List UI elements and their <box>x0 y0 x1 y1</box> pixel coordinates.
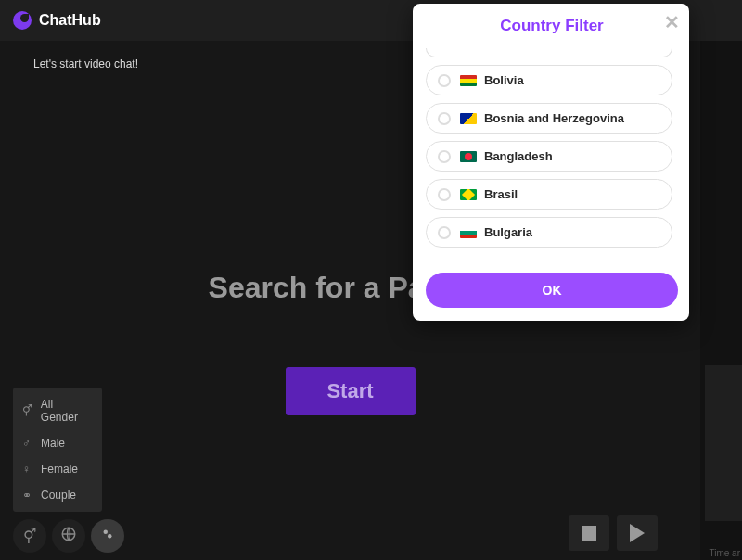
country-option[interactable]: Brasil <box>426 179 672 210</box>
modal-title: Country Filter <box>426 17 678 35</box>
gender-label: All Gender <box>41 398 93 424</box>
gender-label: Male <box>41 437 65 450</box>
brand-name: ChatHub <box>39 12 101 29</box>
country-name: Brasil <box>484 187 518 201</box>
gender-filter-panel: ⚥ All Gender ♂ Male ♀ Female ⚭ Couple <box>13 388 102 512</box>
right-sidebar: Time ar <box>700 41 742 560</box>
play-button[interactable] <box>617 515 658 551</box>
playback-controls <box>569 515 658 551</box>
country-name: Bosnia and Herzegovina <box>484 111 624 125</box>
flag-icon-bulgaria <box>460 227 477 238</box>
svg-point-2 <box>108 534 112 539</box>
gender-male-icon: ♂ <box>22 437 35 450</box>
gender-option-all[interactable]: ⚥ All Gender <box>13 391 102 430</box>
play-icon <box>630 524 645 542</box>
gender-option-male[interactable]: ♂ Male <box>13 430 102 456</box>
gender-female-icon: ♀ <box>22 463 35 476</box>
stop-button[interactable] <box>569 515 609 551</box>
svg-point-1 <box>104 530 109 535</box>
gear-icon <box>99 526 116 546</box>
country-filter-button[interactable] <box>52 519 85 553</box>
country-option-partial[interactable] <box>426 48 672 57</box>
gender-option-female[interactable]: ♀ Female <box>13 456 102 482</box>
country-option[interactable]: Bosnia and Herzegovina <box>426 103 672 134</box>
flag-icon-bolivia <box>460 75 477 86</box>
gender-couple-icon: ⚭ <box>22 489 35 502</box>
country-name: Bolivia <box>484 73 524 87</box>
start-button[interactable]: Start <box>286 367 416 415</box>
country-filter-modal: ✕ Country Filter Bolivia Bosnia and Herz… <box>413 4 689 321</box>
country-option[interactable]: Bulgaria <box>426 217 672 248</box>
close-button[interactable]: ✕ <box>664 11 680 33</box>
logo-icon <box>13 11 32 30</box>
gender-filter-button[interactable]: ⚥ <box>13 519 46 553</box>
country-list[interactable]: Bolivia Bosnia and Herzegovina Banglades… <box>426 48 678 265</box>
gender-option-couple[interactable]: ⚭ Couple <box>13 482 102 508</box>
radio-icon <box>438 150 451 163</box>
country-name: Bangladesh <box>484 149 553 163</box>
globe-icon <box>60 526 77 546</box>
right-panel <box>705 365 742 521</box>
flag-icon-bosnia <box>460 113 477 124</box>
settings-button[interactable] <box>91 519 124 553</box>
gender-icon: ⚥ <box>23 528 36 545</box>
radio-icon <box>438 112 451 125</box>
gender-label: Couple <box>41 489 76 502</box>
radio-icon <box>438 74 451 87</box>
gender-label: Female <box>41 463 78 476</box>
radio-icon <box>438 226 451 239</box>
stop-icon <box>582 526 596 541</box>
flag-icon-bangladesh <box>460 151 477 162</box>
country-option[interactable]: Bangladesh <box>426 141 672 172</box>
bottom-icon-row: ⚥ <box>13 519 124 553</box>
country-name: Bulgaria <box>484 225 532 239</box>
ok-button[interactable]: OK <box>426 273 678 308</box>
gender-all-icon: ⚥ <box>22 404 35 417</box>
time-hint: Time ar <box>709 548 740 558</box>
flag-icon-brasil <box>460 189 477 200</box>
radio-icon <box>438 188 451 201</box>
country-option[interactable]: Bolivia <box>426 65 672 95</box>
